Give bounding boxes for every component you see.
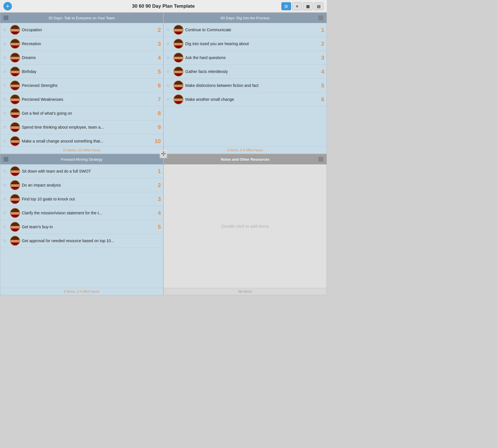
item-number: 2	[317, 41, 324, 47]
q3-header-square[interactable]	[4, 157, 8, 162]
item-number: 2	[154, 27, 161, 33]
list-item[interactable]: ☆ Continue to Communicate 1	[164, 23, 327, 37]
q3-footer: 6 items, 0.0 effort hours	[0, 288, 163, 295]
list-item[interactable]: ☆ Percieved Weaknesses 7	[0, 93, 163, 106]
avatar	[10, 108, 20, 118]
list-item[interactable]: ☆ Occupation 2	[0, 23, 163, 37]
item-number: 10	[154, 138, 161, 145]
item-text: Gather facts relentlessly	[185, 69, 316, 74]
star-icon[interactable]: ☆	[3, 110, 8, 116]
add-button[interactable]: +	[3, 2, 12, 11]
star-icon[interactable]: ☆	[3, 97, 8, 102]
list-item[interactable]: ☆ Make another small change 6	[164, 93, 327, 106]
item-text: Make distinctions between fiction and fa…	[185, 83, 316, 88]
item-number: 7	[154, 96, 161, 103]
item-number: 3	[154, 196, 161, 202]
item-number: 3	[317, 55, 324, 61]
list-item[interactable]: ☆ Get team's buy-in 5	[0, 220, 163, 234]
avatar	[173, 53, 184, 63]
q3-title: Forward-Moving Strategy	[61, 157, 102, 162]
q2-header-square[interactable]	[319, 16, 323, 20]
divider-move-icon[interactable]: ✛	[160, 150, 167, 158]
chart-view-button[interactable]: ▤	[314, 2, 323, 10]
avatar	[10, 66, 20, 77]
star-icon[interactable]: ☆	[3, 238, 8, 244]
avatar	[10, 236, 20, 246]
item-number: 6	[154, 82, 161, 89]
item-number: 5	[317, 82, 324, 89]
list-item[interactable]: ☆ Ask the hard questions 3	[164, 51, 327, 65]
list-view-button[interactable]: ≡	[292, 2, 302, 10]
list-item[interactable]: ☆ Get a feel of what's going on 8	[0, 106, 163, 120]
star-icon[interactable]: ☆	[3, 41, 8, 47]
list-item[interactable]: ☆ Sit down with team and do a full SWOT …	[0, 164, 163, 178]
notes-placeholder: Double click to add items	[222, 224, 269, 229]
list-item[interactable]: ☆ Recreation 3	[0, 37, 163, 51]
item-text: Find top 10 goals to knock out	[22, 197, 152, 201]
avatar	[10, 180, 20, 190]
avatar	[173, 80, 184, 91]
quadrant-60days: 60 Days: Dig Into the Process ☆ Continue…	[163, 12, 327, 154]
star-icon[interactable]: ☆	[166, 27, 172, 33]
list-item[interactable]: ☆ Spend time thinking about employee, te…	[0, 120, 163, 134]
list-item[interactable]: ☆ Dig into issed you are hearing about 2	[164, 37, 327, 51]
list-item[interactable]: ☆ Gather facts relentlessly 4	[164, 65, 327, 79]
star-icon[interactable]: ☆	[3, 182, 8, 188]
q2-header: 60 Days: Dig Into the Process	[164, 13, 327, 23]
list-item[interactable]: ☆ Make a small change around something t…	[0, 134, 163, 146]
item-number: 5	[154, 68, 161, 75]
list-item[interactable]: ☆ Birthday 5	[0, 65, 163, 79]
avatar	[10, 208, 20, 218]
item-text: Occupation	[22, 28, 152, 32]
list-item[interactable]: ☆ Find top 10 goals to knock out 3	[0, 192, 163, 206]
avatar	[10, 80, 20, 91]
list-item[interactable]: ☆ Make distinctions between fiction and …	[164, 79, 327, 93]
list-item[interactable]: ☆ Do an Impact analysis 2	[0, 178, 163, 192]
star-icon[interactable]: ☆	[3, 124, 8, 130]
q4-body[interactable]: Double click to add items	[164, 164, 327, 288]
avatar	[10, 94, 20, 104]
star-icon[interactable]: ☆	[166, 83, 172, 88]
avatar	[173, 39, 184, 49]
star-icon[interactable]: ☆	[3, 224, 8, 230]
item-number: 8	[154, 110, 161, 117]
plus-icon: +	[6, 3, 10, 9]
star-icon[interactable]: ☆	[3, 168, 8, 174]
avatar	[173, 94, 184, 104]
q1-footer: 10 items, 0.0 effort hours	[0, 146, 163, 154]
star-icon[interactable]: ☆	[3, 83, 8, 88]
grid-view-button[interactable]: ⊞	[281, 2, 291, 10]
star-icon[interactable]: ☆	[3, 55, 8, 60]
item-number: 6	[317, 96, 324, 103]
item-number: 3	[154, 41, 161, 47]
q1-header: 30 Days- Talk to Everyone on Your Team	[0, 13, 163, 23]
avatar	[10, 136, 20, 146]
item-text: Birthday	[22, 69, 152, 74]
star-icon[interactable]: ☆	[3, 210, 8, 216]
star-icon[interactable]: ☆	[3, 69, 8, 74]
avatar	[10, 39, 20, 49]
star-icon[interactable]: ☆	[166, 97, 172, 102]
star-icon[interactable]: ☆	[3, 27, 8, 33]
avatar	[10, 194, 20, 204]
item-number: 4	[317, 68, 324, 75]
star-icon[interactable]: ☆	[3, 196, 8, 202]
item-text: Make a small change around something tha…	[22, 139, 152, 143]
q4-footer: No items	[164, 288, 327, 295]
star-icon[interactable]: ☆	[3, 138, 8, 144]
list-item[interactable]: ☆ Get approval for needed resource based…	[0, 234, 163, 248]
q2-footer: 6 items, 0.0 effort hours	[164, 146, 327, 154]
star-icon[interactable]: ☆	[166, 69, 172, 74]
list-item[interactable]: ☆ Clarify the mission/vision statement f…	[0, 206, 163, 220]
q4-header-square[interactable]	[319, 157, 323, 162]
main-grid-container: 30 Days- Talk to Everyone on Your Team ☆…	[0, 12, 327, 295]
list-item[interactable]: ☆ Dreams 4	[0, 51, 163, 65]
item-number: 1	[317, 27, 324, 33]
star-icon[interactable]: ☆	[166, 41, 172, 47]
item-text: Get a feel of what's going on	[22, 111, 152, 116]
calendar-view-button[interactable]: ▦	[303, 2, 313, 10]
q4-title: Notes and Other Resources	[221, 157, 269, 162]
star-icon[interactable]: ☆	[166, 55, 172, 60]
list-item[interactable]: ☆ Percieved Strengths 6	[0, 79, 163, 93]
q1-header-square[interactable]	[4, 16, 8, 20]
